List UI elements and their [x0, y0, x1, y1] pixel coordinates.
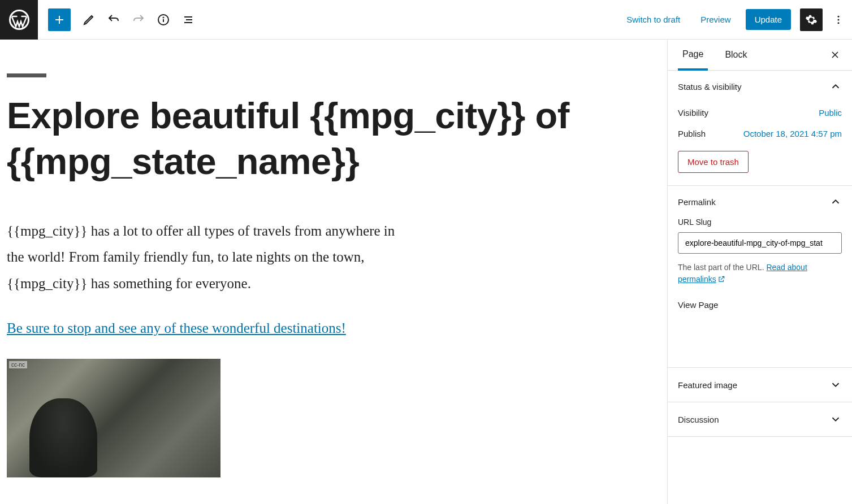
wordpress-icon [9, 10, 29, 30]
toolbar-right-group: Switch to draft Preview Update [621, 8, 852, 31]
gear-icon [805, 14, 818, 26]
settings-toggle-button[interactable] [800, 8, 823, 31]
editor-canvas: Explore beautiful {{mpg_city}} of {{mpg_… [3, 40, 664, 489]
list-icon [181, 13, 195, 27]
undo-button[interactable] [101, 7, 126, 32]
content-link[interactable]: Be sure to stop and see any of these won… [7, 320, 660, 336]
close-sidebar-button[interactable] [828, 48, 842, 62]
panel-title-discussion: Discussion [678, 415, 719, 424]
image-block[interactable] [7, 359, 220, 477]
redo-icon [132, 13, 145, 27]
panel-head-featured-image[interactable]: Featured image [668, 368, 852, 402]
edit-mode-button[interactable] [76, 7, 101, 32]
editor-canvas-scroll[interactable]: Explore beautiful {{mpg_city}} of {{mpg_… [0, 40, 667, 504]
settings-sidebar: Page Block Status & visibility Visibilit… [667, 40, 852, 504]
chevron-down-icon [829, 413, 842, 425]
editor-toolbar: Switch to draft Preview Update [0, 0, 852, 40]
kebab-icon [833, 14, 844, 25]
panel-discussion: Discussion [668, 402, 852, 437]
toolbar-left-group [48, 7, 201, 32]
panel-permalink: Permalink URL Slug The last part of the … [668, 186, 852, 368]
plus-icon [53, 13, 66, 27]
update-button[interactable]: Update [746, 9, 791, 30]
svg-point-11 [838, 22, 840, 24]
undo-icon [107, 13, 120, 27]
panel-head-discussion[interactable]: Discussion [668, 402, 852, 436]
chevron-down-icon [829, 379, 842, 391]
more-options-button[interactable] [832, 8, 845, 31]
panel-head-permalink[interactable]: Permalink [668, 186, 852, 218]
preview-button[interactable]: Preview [695, 10, 736, 29]
panel-head-status[interactable]: Status & visibility [668, 71, 852, 102]
outline-button[interactable] [176, 7, 201, 32]
panel-title-status: Status & visibility [678, 82, 742, 92]
title-decoration [7, 73, 46, 77]
publish-value[interactable]: October 18, 2021 4:57 pm [743, 129, 842, 138]
chevron-up-icon [829, 195, 842, 208]
svg-point-9 [838, 15, 840, 17]
image-content [29, 398, 97, 477]
add-block-button[interactable] [48, 8, 71, 31]
panel-title-permalink: Permalink [678, 197, 716, 207]
switch-to-draft-button[interactable]: Switch to draft [621, 10, 686, 29]
info-button[interactable] [151, 7, 176, 32]
view-page-link[interactable]: View Page [678, 300, 842, 310]
page-title[interactable]: Explore beautiful {{mpg_city}} of {{mpg_… [7, 93, 660, 184]
svg-point-10 [838, 19, 840, 20]
url-slug-input[interactable] [678, 232, 842, 254]
tab-block[interactable]: Block [720, 40, 751, 70]
chevron-up-icon [829, 80, 842, 93]
permalink-help-text: The last part of the URL. Read about per… [678, 262, 842, 286]
tab-page[interactable]: Page [678, 40, 708, 71]
publish-label: Publish [678, 129, 706, 138]
wordpress-logo-button[interactable] [0, 0, 38, 40]
close-icon [829, 49, 841, 60]
svg-point-5 [163, 17, 164, 18]
external-link-icon [717, 275, 725, 286]
pencil-icon [82, 13, 96, 27]
help-prefix: The last part of the URL. [678, 263, 766, 272]
sidebar-tabs: Page Block [668, 40, 852, 71]
panel-title-featured-image: Featured image [678, 380, 737, 390]
move-to-trash-button[interactable]: Move to trash [678, 151, 749, 173]
panel-status-visibility: Status & visibility Visibility Public Pu… [668, 71, 852, 186]
visibility-label: Visibility [678, 108, 708, 118]
info-icon [157, 13, 170, 27]
redo-button[interactable] [126, 7, 151, 32]
url-slug-label: URL Slug [678, 218, 842, 227]
panel-featured-image: Featured image [668, 368, 852, 402]
visibility-value[interactable]: Public [819, 108, 842, 118]
paragraph-block[interactable]: {{mpg_city}} has a lot to offer all type… [7, 218, 408, 297]
